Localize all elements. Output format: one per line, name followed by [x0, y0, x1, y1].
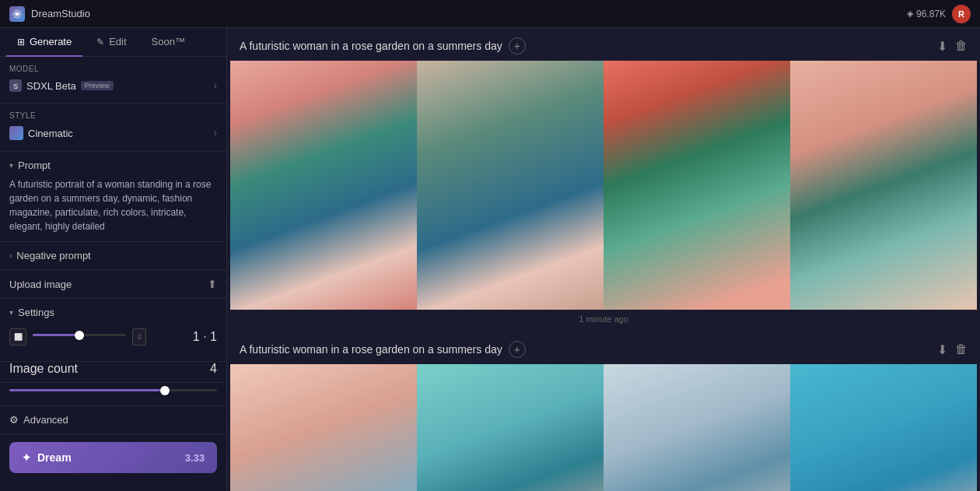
settings-icon: ⚙ [9, 414, 19, 426]
style-section: Style Cinematic › [0, 103, 226, 152]
gen-2-download-button[interactable]: ⬇ [937, 342, 947, 357]
model-icon: S [9, 79, 22, 92]
dream-button-label: Dream [37, 451, 72, 464]
chevron-down-icon: ▾ [9, 308, 13, 317]
gen-1-download-button[interactable]: ⬇ [937, 39, 947, 54]
gen-2-add-button[interactable]: + [509, 341, 526, 358]
image-cell-1[interactable] [230, 61, 417, 310]
prompt-text[interactable]: A futuristic portrait of a woman standin… [9, 177, 217, 233]
gen-1-delete-button[interactable]: 🗑 [955, 39, 968, 53]
credits-display: ◈ 96.87K [907, 9, 946, 19]
generated-image-2 [417, 61, 604, 310]
generated-image-3 [604, 61, 790, 310]
prompt-section: ▾ Prompt A futuristic portrait of a woma… [0, 152, 226, 242]
credits-value: 96.87K [916, 9, 946, 19]
image-cell-5[interactable] [230, 364, 417, 491]
tab-generate-label: Generate [30, 36, 72, 47]
model-selector[interactable]: S SDXL Beta Preview › [9, 76, 217, 95]
upload-image-row[interactable]: Upload image ⬆ [0, 270, 226, 299]
svg-text:S: S [13, 82, 18, 90]
settings-section: ▾ Settings ⬜ ▯ 1 · 1 [0, 299, 226, 362]
image-count-row: Image count 4 [0, 362, 226, 383]
advanced-row[interactable]: ⚙ Advanced [0, 406, 226, 434]
image-count-slider-container [0, 383, 226, 406]
image-cell-6[interactable] [417, 364, 604, 491]
model-section: Model S SDXL Beta Preview › [0, 57, 226, 103]
image-count-slider[interactable] [9, 389, 217, 391]
advanced-label: Advanced [23, 414, 68, 426]
dream-cost: 3.33 [185, 452, 205, 464]
portrait-icon[interactable]: ▯ [132, 328, 146, 345]
dream-spark-icon: ✦ [22, 451, 31, 464]
main-content: A futuristic woman in a rose garden on a… [227, 28, 980, 491]
image-cell-8[interactable] [790, 364, 977, 491]
image-size-row: ⬜ ▯ 1 · 1 [9, 328, 217, 345]
generated-image-8 [790, 364, 977, 491]
generation-header-1: A futuristic woman in a rose garden on a… [227, 28, 980, 61]
gen-1-timestamp: 1 minute ago [227, 310, 980, 331]
chevron-right-icon: › [214, 80, 217, 91]
generated-image-5 [230, 364, 417, 491]
tab-edit[interactable]: ✎ Edit [86, 28, 137, 57]
dream-button[interactable]: ✦ Dream 3.33 [9, 442, 217, 473]
settings-label: Settings [18, 307, 54, 318]
style-thumbnail [9, 126, 23, 140]
generated-image-7 [604, 364, 790, 491]
generation-group-2: A futuristic woman in a rose garden on a… [227, 331, 980, 491]
generated-image-6 [417, 364, 604, 491]
gen-1-add-button[interactable]: + [509, 37, 526, 54]
generated-image-1 [230, 61, 417, 310]
image-grid-1 [227, 61, 980, 310]
chevron-down-icon: ▾ [9, 161, 13, 170]
gen-2-prompt: A futuristic woman in a rose garden on a… [240, 343, 502, 356]
tab-edit-label: Edit [109, 36, 126, 47]
negative-prompt-row[interactable]: › Negative prompt [0, 242, 226, 270]
landscape-icon[interactable]: ⬜ [9, 328, 26, 345]
image-cell-7[interactable] [604, 364, 790, 491]
prompt-section-label: Prompt [18, 160, 51, 171]
image-count-label: Image count [9, 362, 78, 376]
settings-toggle[interactable]: ▾ Settings [9, 307, 217, 318]
gen-2-delete-button[interactable]: 🗑 [955, 342, 968, 356]
app-name: DreamStudio [31, 8, 90, 19]
generate-icon: ⊞ [17, 37, 25, 47]
avatar[interactable]: R [952, 5, 971, 23]
sidebar: ⊞ Generate ✎ Edit Soon™ Model S SDXL Bet… [0, 28, 227, 491]
upload-image-label: Upload image [9, 279, 72, 290]
size-slider-thumb[interactable] [75, 331, 84, 340]
generated-image-4 [790, 61, 977, 310]
image-cell-2[interactable] [417, 61, 604, 310]
size-slider-fill [33, 334, 79, 336]
style-label: Style [9, 111, 217, 120]
prompt-toggle[interactable]: ▾ Prompt [9, 160, 217, 171]
image-count-value: 4 [210, 362, 217, 376]
generation-group-1: A futuristic woman in a rose garden on a… [227, 28, 980, 331]
style-name: Cinematic [28, 128, 73, 139]
negative-prompt-label: Negative prompt [16, 250, 90, 261]
tab-soon[interactable]: Soon™ [141, 28, 196, 57]
image-count-slider-thumb[interactable] [160, 386, 170, 395]
image-cell-4[interactable] [790, 61, 977, 310]
chevron-right-icon: › [214, 128, 217, 139]
edit-icon: ✎ [96, 37, 104, 47]
model-label: Model [9, 65, 217, 73]
image-cell-3[interactable] [604, 61, 790, 310]
tab-generate[interactable]: ⊞ Generate [6, 28, 82, 57]
gen-1-prompt: A futuristic woman in a rose garden on a… [240, 40, 502, 52]
model-name: SDXL Beta [26, 80, 76, 92]
preview-badge: Preview [81, 81, 114, 90]
titlebar: DreamStudio ◈ 96.87K R [0, 0, 980, 28]
app-logo [9, 6, 25, 22]
app-body: ⊞ Generate ✎ Edit Soon™ Model S SDXL Bet… [0, 28, 980, 491]
style-selector[interactable]: Cinematic › [9, 123, 217, 143]
credits-icon: ◈ [907, 9, 913, 19]
image-size-value: 1 · 1 [193, 330, 217, 344]
image-count-slider-fill [9, 389, 165, 391]
tab-soon-label: Soon™ [152, 36, 185, 47]
tab-bar: ⊞ Generate ✎ Edit Soon™ [0, 28, 226, 57]
size-slider[interactable] [33, 334, 126, 336]
upload-icon: ⬆ [208, 278, 217, 290]
image-grid-2 [227, 364, 980, 491]
chevron-right-icon: › [9, 251, 12, 260]
generation-header-2: A futuristic woman in a rose garden on a… [227, 331, 980, 364]
